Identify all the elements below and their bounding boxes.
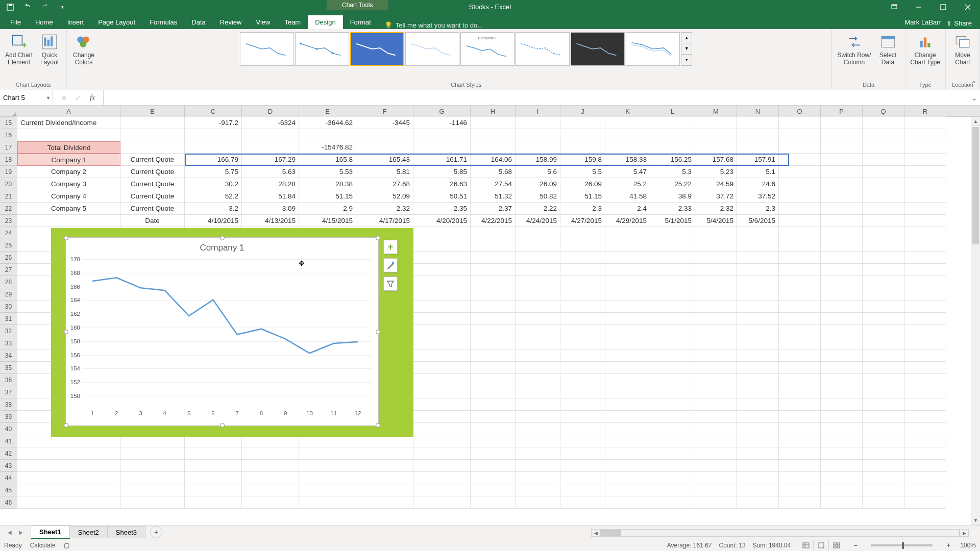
- cell-N17[interactable]: [737, 141, 779, 154]
- cell-N33[interactable]: [737, 337, 779, 349]
- col-header-B[interactable]: B: [120, 106, 185, 117]
- cell-H40[interactable]: [471, 423, 516, 435]
- cell-P33[interactable]: [821, 337, 863, 349]
- cell-C43[interactable]: [185, 460, 242, 472]
- cell-N28[interactable]: [737, 276, 779, 288]
- row-header-35[interactable]: 35: [0, 362, 17, 374]
- cell-F17[interactable]: [356, 141, 413, 154]
- cell-H39[interactable]: [471, 411, 516, 423]
- fx-icon[interactable]: fx: [87, 94, 98, 102]
- cell-I25[interactable]: [516, 239, 560, 252]
- expand-formula-bar[interactable]: ⌄: [969, 90, 980, 105]
- cell-J35[interactable]: [560, 362, 605, 374]
- cell-J34[interactable]: [560, 349, 605, 362]
- cell-R46[interactable]: [904, 496, 946, 509]
- cell-J19[interactable]: 5.5: [560, 166, 605, 178]
- cell-M21[interactable]: 37.72: [695, 190, 737, 203]
- cell-O35[interactable]: [779, 362, 821, 374]
- cell-N37[interactable]: [737, 386, 779, 398]
- cell-Q23[interactable]: [863, 215, 904, 227]
- cell-N26[interactable]: [737, 252, 779, 264]
- cell-D21[interactable]: 51.84: [242, 190, 299, 203]
- cell-F22[interactable]: 2.32: [356, 203, 413, 215]
- cell-O29[interactable]: [779, 288, 821, 300]
- cell-Q33[interactable]: [863, 337, 904, 349]
- cell-N32[interactable]: [737, 325, 779, 337]
- cell-J17[interactable]: [560, 141, 605, 154]
- row-header-43[interactable]: 43: [0, 460, 17, 472]
- cell-K30[interactable]: [605, 300, 650, 313]
- row-header-27[interactable]: 27: [0, 264, 17, 276]
- cell-M27[interactable]: [695, 264, 737, 276]
- cell-D23[interactable]: 4/13/2015: [242, 215, 299, 227]
- cell-P19[interactable]: [821, 166, 863, 178]
- cell-A23[interactable]: [17, 215, 120, 227]
- cell-M23[interactable]: 5/4/2015: [695, 215, 737, 227]
- cell-P18[interactable]: [821, 154, 863, 166]
- row-header-32[interactable]: 32: [0, 325, 17, 337]
- cell-Q24[interactable]: [863, 227, 904, 239]
- quick-layout-button[interactable]: Quick Layout: [36, 32, 63, 67]
- cell-J16[interactable]: [560, 129, 605, 141]
- cell-F45[interactable]: [356, 484, 413, 496]
- cell-I24[interactable]: [516, 227, 560, 239]
- cell-Q37[interactable]: [863, 386, 904, 398]
- cell-J32[interactable]: [560, 325, 605, 337]
- cell-J44[interactable]: [560, 472, 605, 484]
- cell-I35[interactable]: [516, 362, 560, 374]
- cell-H15[interactable]: [471, 117, 516, 129]
- cell-N45[interactable]: [737, 484, 779, 496]
- view-normal-button[interactable]: [798, 540, 813, 550]
- cell-P32[interactable]: [821, 325, 863, 337]
- cell-R19[interactable]: [904, 166, 946, 178]
- cell-O42[interactable]: [779, 447, 821, 460]
- cell-O19[interactable]: [779, 166, 821, 178]
- cell-N23[interactable]: 5/6/2015: [737, 215, 779, 227]
- cell-L28[interactable]: [650, 276, 695, 288]
- cell-Q32[interactable]: [863, 325, 904, 337]
- cell-H32[interactable]: [471, 325, 516, 337]
- cell-A20[interactable]: Company 3: [17, 178, 120, 190]
- tab-format[interactable]: Format: [343, 15, 378, 29]
- cell-K43[interactable]: [605, 460, 650, 472]
- cell-H24[interactable]: [471, 227, 516, 239]
- name-box[interactable]: Chart 5 ▼: [0, 90, 53, 105]
- add-chart-element-button[interactable]: Add Chart Element: [3, 32, 35, 67]
- cell-P23[interactable]: [821, 215, 863, 227]
- cell-K18[interactable]: 158.33: [605, 154, 650, 166]
- cell-N15[interactable]: [737, 117, 779, 129]
- vscroll-up[interactable]: ▲: [971, 117, 980, 126]
- row-header-38[interactable]: 38: [0, 398, 17, 411]
- cell-A17[interactable]: Total Dividend: [17, 141, 120, 154]
- cell-H20[interactable]: 27.54: [471, 178, 516, 190]
- cell-H26[interactable]: [471, 252, 516, 264]
- tell-me-search[interactable]: 💡 Tell me what you want to do...: [378, 21, 489, 29]
- cell-L38[interactable]: [650, 398, 695, 411]
- cell-H34[interactable]: [471, 349, 516, 362]
- cell-R43[interactable]: [904, 460, 946, 472]
- chart-handle-mr[interactable]: [376, 330, 380, 334]
- cell-N42[interactable]: [737, 447, 779, 460]
- cell-O36[interactable]: [779, 374, 821, 386]
- cell-O26[interactable]: [779, 252, 821, 264]
- cell-H30[interactable]: [471, 300, 516, 313]
- cell-P22[interactable]: [821, 203, 863, 215]
- row-header-21[interactable]: 21: [0, 190, 17, 203]
- cell-N34[interactable]: [737, 349, 779, 362]
- cell-O20[interactable]: [779, 178, 821, 190]
- cell-I45[interactable]: [516, 484, 560, 496]
- cell-N44[interactable]: [737, 472, 779, 484]
- cell-P43[interactable]: [821, 460, 863, 472]
- cell-I16[interactable]: [516, 129, 560, 141]
- row-header-40[interactable]: 40: [0, 423, 17, 435]
- cell-M28[interactable]: [695, 276, 737, 288]
- cell-O30[interactable]: [779, 300, 821, 313]
- cell-L23[interactable]: 5/1/2015: [650, 215, 695, 227]
- cell-O16[interactable]: [779, 129, 821, 141]
- macro-record-icon[interactable]: ▢: [64, 542, 69, 549]
- cell-C20[interactable]: 30.2: [185, 178, 242, 190]
- cell-F21[interactable]: 52.09: [356, 190, 413, 203]
- cell-A46[interactable]: [17, 496, 120, 509]
- cell-M36[interactable]: [695, 374, 737, 386]
- cell-H46[interactable]: [471, 496, 516, 509]
